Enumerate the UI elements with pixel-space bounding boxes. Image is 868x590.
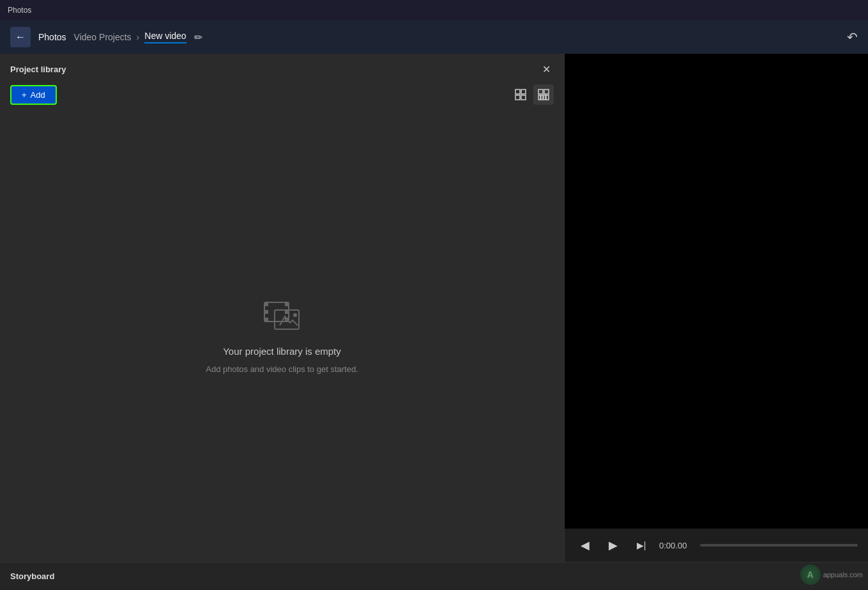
svg-rect-12: [264, 310, 268, 314]
progress-bar[interactable]: [700, 544, 858, 547]
add-button[interactable]: + Add: [10, 85, 57, 105]
undo-icon: ↶: [847, 30, 858, 44]
pencil-icon: ✏: [194, 32, 202, 43]
header: ← Photos Video Projects › New video ✏ ↶: [0, 20, 868, 54]
grid-icon: [515, 89, 526, 100]
view-grid-button[interactable]: [510, 84, 531, 105]
collapse-button[interactable]: ✕: [538, 61, 554, 77]
watermark: A appuals.com: [800, 564, 863, 585]
play-button[interactable]: ▶: [603, 535, 623, 555]
back-icon: ←: [15, 31, 26, 43]
step-forward-button[interactable]: ▶|: [631, 535, 651, 555]
left-panel: Project library ✕ + Add: [0, 54, 565, 562]
svg-rect-6: [538, 95, 540, 100]
svg-rect-11: [264, 302, 268, 306]
svg-rect-8: [544, 95, 545, 100]
view-toggle: [510, 84, 554, 105]
titlebar: Photos: [0, 0, 868, 20]
edit-title-button[interactable]: ✏: [194, 31, 202, 43]
empty-library-title: Your project library is empty: [223, 346, 341, 357]
watermark-logo-text: A: [807, 570, 814, 580]
svg-rect-5: [544, 89, 549, 94]
library-header: Project library ✕: [0, 54, 564, 82]
video-preview: [565, 54, 868, 529]
storyboard-bar: Storyboard: [0, 562, 868, 590]
library-title: Project library: [10, 65, 66, 74]
rewind-button[interactable]: ◀: [575, 535, 595, 555]
app-title: Photos: [38, 32, 66, 42]
library-empty: Your project library is empty Add photos…: [0, 110, 564, 562]
collapse-icon: ✕: [542, 63, 551, 75]
rewind-icon: ◀: [581, 538, 590, 552]
watermark-logo: A: [800, 564, 821, 585]
empty-library-subtitle: Add photos and video clips to get starte…: [206, 364, 358, 374]
svg-rect-0: [515, 89, 520, 94]
empty-library-icon: [262, 299, 303, 338]
video-controls: ◀ ▶ ▶| 0:00.00: [565, 529, 868, 562]
play-icon: ▶: [609, 538, 618, 552]
svg-rect-4: [538, 89, 543, 94]
add-plus-icon: +: [22, 90, 27, 100]
svg-rect-1: [521, 89, 526, 94]
svg-rect-14: [285, 302, 289, 306]
titlebar-title: Photos: [8, 6, 31, 15]
breadcrumb-current: New video: [144, 31, 186, 43]
storyboard-title: Storyboard: [10, 571, 54, 581]
watermark-text: appuals.com: [823, 571, 863, 578]
right-panel: ◀ ▶ ▶| 0:00.00: [565, 54, 868, 562]
breadcrumb-separator: ›: [137, 32, 140, 42]
svg-rect-7: [541, 95, 543, 100]
svg-rect-2: [515, 95, 520, 100]
undo-button[interactable]: ↶: [847, 29, 858, 45]
time-display: 0:00.00: [659, 541, 690, 550]
svg-rect-9: [546, 95, 549, 100]
step-forward-icon: ▶|: [637, 540, 646, 550]
breadcrumb-parent[interactable]: Video Projects: [74, 32, 132, 42]
svg-point-18: [293, 313, 297, 317]
list-icon: [538, 89, 549, 100]
back-button[interactable]: ←: [10, 27, 31, 47]
svg-rect-3: [521, 95, 526, 100]
add-label: Add: [31, 90, 45, 100]
main-content: Project library ✕ + Add: [0, 54, 868, 562]
svg-rect-13: [264, 318, 268, 322]
library-toolbar: + Add: [0, 82, 564, 110]
breadcrumb: Video Projects › New video ✏: [74, 31, 202, 43]
view-list-button[interactable]: [533, 84, 554, 105]
